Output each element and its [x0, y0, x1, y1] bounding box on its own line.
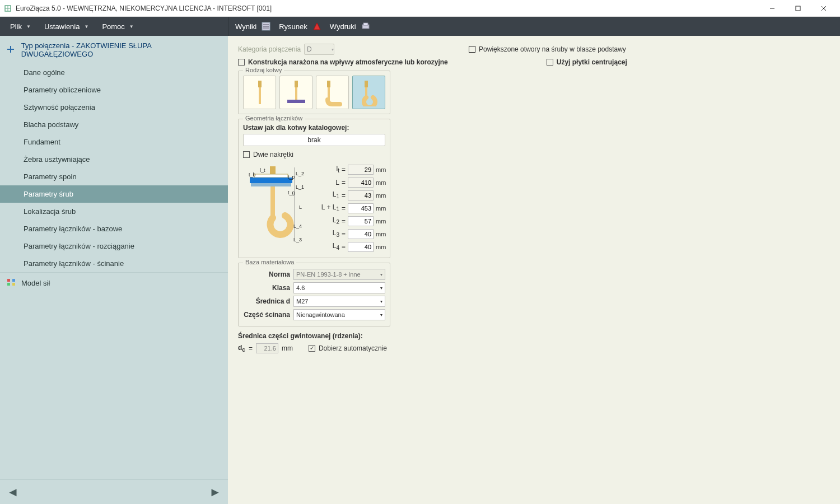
- category-select: D▾: [304, 44, 334, 55]
- minimize-button[interactable]: [759, 0, 785, 17]
- dc-symbol: dc: [238, 344, 245, 353]
- dimensions-inputs: lt=mm L=mm L1=mm L + L1=mm L2=mm L3=mm L…: [319, 163, 388, 253]
- svg-rect-8: [7, 49, 14, 50]
- svg-rect-11: [7, 283, 10, 286]
- svg-text:L_2: L_2: [296, 171, 304, 176]
- svg-marker-4: [314, 23, 320, 30]
- svg-rect-2: [796, 6, 800, 11]
- dim-LplusL1: L + L1=mm: [319, 202, 388, 214]
- svg-rect-12: [12, 283, 15, 286]
- catalog-anchor-label: Ustaw jak dla kotwy katalogowej:: [243, 124, 385, 132]
- svg-text:t_p: t_p: [288, 174, 295, 180]
- nav-zebra[interactable]: Żebra usztywniające: [0, 151, 228, 168]
- toolbar-wyniki[interactable]: Wyniki: [235, 21, 271, 31]
- menu-pomoc[interactable]: Pomoc▼: [96, 17, 139, 36]
- svg-rect-9: [7, 279, 10, 282]
- input-L1[interactable]: [348, 190, 374, 200]
- next-arrow-icon[interactable]: ►: [209, 485, 221, 500]
- chk-two-nuts[interactable]: Dwie nakrętki: [243, 151, 385, 158]
- anchor-option-4[interactable]: [352, 76, 385, 109]
- input-L4[interactable]: [348, 242, 374, 252]
- srednica-label: Średnica d: [243, 297, 290, 305]
- chk-enlarged-holes[interactable]: Powiększone otwory na śruby w blasze pod…: [469, 45, 626, 53]
- titlebar: EuroZłącza 5.0 - WEWNĘTRZNA, NIEKOMERCYJ…: [0, 0, 840, 17]
- klasa-select[interactable]: 4.6▾: [293, 282, 385, 293]
- input-L2[interactable]: [348, 216, 374, 226]
- svg-rect-14: [259, 87, 261, 104]
- nav-lacznikow-rozciaganie[interactable]: Parametry łączników - rozciąganie: [0, 237, 228, 255]
- nav-parametry-srub[interactable]: Parametry śrub: [0, 185, 228, 203]
- main-panel: Kategoria połączenia D▾ Powiększone otwo…: [228, 36, 840, 504]
- svg-rect-13: [258, 81, 262, 87]
- nav-fundament[interactable]: Fundament: [0, 133, 228, 151]
- input-L[interactable]: [348, 178, 374, 188]
- checkbox-icon: [238, 59, 245, 66]
- sidebar: Typ połączenia - ZAKOTWIENIE SŁUPA DWUGA…: [0, 36, 228, 504]
- nav-parametry-spoin[interactable]: Parametry spoin: [0, 168, 228, 185]
- anchor-option-1[interactable]: [243, 76, 276, 109]
- dim-L1: L1=mm: [319, 189, 388, 202]
- sidebar-header[interactable]: Typ połączenia - ZAKOTWIENIE SŁUPA DWUGA…: [0, 36, 228, 64]
- category-label: Kategoria połączenia: [238, 45, 301, 53]
- nav-lokalizacja-srub[interactable]: Lokalizacja śrub: [0, 203, 228, 220]
- nav-lacznikow-bazowe[interactable]: Parametry łączników - bazowe: [0, 220, 228, 237]
- results-icon: [261, 21, 271, 31]
- svg-rect-17: [287, 100, 305, 103]
- input-lt[interactable]: [348, 165, 374, 175]
- input-LL1[interactable]: [348, 203, 374, 213]
- sidebar-model-sil[interactable]: Model sił: [0, 272, 228, 293]
- nav-lacznikow-scinanie[interactable]: Parametry łączników - ścinanie: [0, 255, 228, 272]
- close-button[interactable]: [811, 0, 837, 17]
- chk-auto-select[interactable]: ✓ Dobierz automatycznie: [309, 344, 387, 352]
- app-icon: [3, 4, 12, 13]
- svg-text:t_b: t_b: [249, 172, 256, 178]
- svg-text:L: L: [299, 204, 302, 210]
- nav-dane-ogolne[interactable]: Dane ogólne: [0, 64, 228, 81]
- svg-rect-10: [12, 279, 15, 282]
- czesc-select[interactable]: Nienagwintowana▾: [293, 309, 385, 320]
- chk-centering-plate[interactable]: Użyj płytki centrującej: [547, 58, 627, 66]
- sidebar-footer: ◄ ►: [0, 479, 228, 504]
- svg-rect-16: [295, 87, 297, 100]
- checkbox-icon: [547, 59, 553, 66]
- menubar: Plik▼ Ustawienia▼ Pomoc▼ Wyniki Rysunek …: [0, 17, 840, 36]
- menu-ustawienia[interactable]: Ustawienia▼: [39, 17, 95, 36]
- catalog-anchor-button[interactable]: brak: [243, 134, 385, 146]
- print-icon: [361, 21, 371, 31]
- connection-type-icon: [7, 45, 16, 54]
- model-icon: [7, 278, 16, 288]
- anchor-dimensions-diagram: t_b l_t t_p L_2 L_1 t_g L L_4 L_3: [243, 163, 314, 253]
- toolbar-wydruki[interactable]: Wydruki: [330, 21, 371, 31]
- svg-text:l_t: l_t: [260, 167, 265, 173]
- dim-L: L=mm: [319, 176, 388, 189]
- svg-rect-15: [295, 81, 298, 87]
- anchor-legend: Rodzaj kotwy: [243, 67, 284, 73]
- srednica-select[interactable]: M27▾: [293, 296, 385, 307]
- svg-rect-24: [250, 178, 292, 183]
- material-base-fieldset: Baza materiałowa Norma PN-EN 1993-1-8 + …: [238, 263, 390, 326]
- norma-label: Norma: [243, 270, 290, 278]
- dim-lt: lt=mm: [319, 163, 388, 176]
- anchor-option-3[interactable]: [316, 76, 349, 109]
- svg-rect-20: [365, 81, 368, 87]
- anchor-option-2[interactable]: [279, 76, 312, 109]
- svg-rect-18: [327, 81, 330, 87]
- window-title: EuroZłącza 5.0 - WEWNĘTRZNA, NIEKOMERCYJ…: [16, 4, 759, 12]
- maximize-button[interactable]: [785, 0, 811, 17]
- dim-L3: L3=mm: [319, 227, 388, 240]
- svg-text:L_1: L_1: [296, 184, 304, 190]
- norma-select: PN-EN 1993-1-8 + inne▾: [293, 269, 385, 280]
- prev-arrow-icon[interactable]: ◄: [7, 485, 19, 500]
- dim-L4: L4=mm: [319, 240, 388, 253]
- checkbox-icon: [469, 46, 475, 53]
- dc-title: Średnica części gwintowanej (rdzenia):: [238, 332, 390, 340]
- input-L3[interactable]: [348, 229, 374, 239]
- nav-blacha-podstawy[interactable]: Blacha podstawy: [0, 116, 228, 133]
- nav-parametry-obliczeniowe[interactable]: Parametry obliczeniowe: [0, 81, 228, 99]
- dim-L2: L2=mm: [319, 214, 388, 227]
- toolbar-rysunek[interactable]: Rysunek: [279, 21, 322, 31]
- menu-plik[interactable]: Plik▼: [4, 17, 36, 36]
- chk-atmospheric[interactable]: Konstrukcja narażona na wpływy atmosfery…: [238, 58, 448, 66]
- geometry-legend: Geometria łączników: [243, 115, 305, 122]
- nav-sztywnosc[interactable]: Sztywność połączenia: [0, 99, 228, 116]
